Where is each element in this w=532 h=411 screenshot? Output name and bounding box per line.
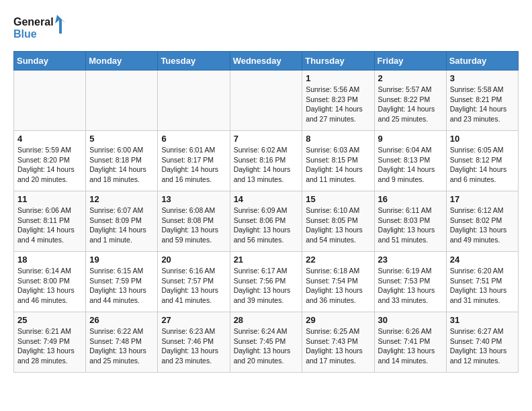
day-number: 23 (378, 255, 443, 265)
day-info: Sunrise: 6:17 AM Sunset: 7:56 PM Dayligh… (234, 266, 299, 306)
day-info: Sunrise: 6:14 AM Sunset: 8:00 PM Dayligh… (17, 266, 82, 306)
day-info: Sunrise: 6:11 AM Sunset: 8:03 PM Dayligh… (378, 205, 443, 245)
calendar-day-31: 31Sunrise: 6:27 AM Sunset: 7:40 PM Dayli… (446, 312, 518, 373)
calendar-day-13: 13Sunrise: 6:08 AM Sunset: 8:08 PM Dayli… (158, 191, 230, 252)
day-info: Sunrise: 6:25 AM Sunset: 7:43 PM Dayligh… (306, 326, 370, 366)
day-number: 17 (450, 194, 515, 204)
day-number: 3 (450, 73, 515, 83)
day-info: Sunrise: 6:06 AM Sunset: 8:11 PM Dayligh… (17, 205, 82, 245)
calendar-day-11: 11Sunrise: 6:06 AM Sunset: 8:11 PM Dayli… (14, 191, 86, 252)
day-info: Sunrise: 6:10 AM Sunset: 8:05 PM Dayligh… (306, 205, 370, 245)
day-info: Sunrise: 6:21 AM Sunset: 7:49 PM Dayligh… (17, 326, 82, 366)
calendar-week-4: 18Sunrise: 6:14 AM Sunset: 8:00 PM Dayli… (14, 252, 519, 312)
weekday-header-thursday: Thursday (302, 52, 374, 71)
day-info: Sunrise: 5:59 AM Sunset: 8:20 PM Dayligh… (17, 145, 82, 185)
day-number: 14 (234, 194, 299, 204)
day-info: Sunrise: 6:07 AM Sunset: 8:09 PM Dayligh… (89, 205, 154, 245)
weekday-header-friday: Friday (374, 52, 446, 71)
day-info: Sunrise: 6:03 AM Sunset: 8:15 PM Dayligh… (306, 145, 370, 185)
day-number: 31 (450, 315, 515, 325)
calendar-day-5: 5Sunrise: 6:00 AM Sunset: 8:18 PM Daylig… (86, 131, 158, 191)
day-number: 20 (161, 255, 226, 265)
calendar-day-empty (14, 71, 86, 131)
day-info: Sunrise: 6:02 AM Sunset: 8:16 PM Dayligh… (234, 145, 299, 185)
day-number: 26 (89, 315, 154, 325)
calendar-table: SundayMondayTuesdayWednesdayThursdayFrid… (13, 51, 519, 373)
day-number: 27 (161, 315, 226, 325)
calendar-day-20: 20Sunrise: 6:16 AM Sunset: 7:57 PM Dayli… (158, 252, 230, 312)
day-info: Sunrise: 6:27 AM Sunset: 7:40 PM Dayligh… (450, 326, 515, 366)
day-info: Sunrise: 6:05 AM Sunset: 8:12 PM Dayligh… (450, 145, 515, 185)
calendar-day-24: 24Sunrise: 6:20 AM Sunset: 7:51 PM Dayli… (446, 252, 518, 312)
day-number: 4 (17, 134, 82, 144)
day-info: Sunrise: 5:56 AM Sunset: 8:23 PM Dayligh… (306, 85, 370, 124)
calendar-day-19: 19Sunrise: 6:15 AM Sunset: 7:59 PM Dayli… (86, 252, 158, 312)
calendar-week-2: 4Sunrise: 5:59 AM Sunset: 8:20 PM Daylig… (14, 131, 519, 191)
day-info: Sunrise: 6:00 AM Sunset: 8:18 PM Dayligh… (89, 145, 154, 185)
day-info: Sunrise: 6:18 AM Sunset: 7:54 PM Dayligh… (306, 266, 370, 306)
calendar-day-30: 30Sunrise: 6:26 AM Sunset: 7:41 PM Dayli… (374, 312, 446, 373)
svg-text:Blue: Blue (13, 28, 37, 40)
calendar-week-3: 11Sunrise: 6:06 AM Sunset: 8:11 PM Dayli… (14, 191, 519, 252)
day-info: Sunrise: 5:58 AM Sunset: 8:21 PM Dayligh… (450, 85, 515, 124)
calendar-day-3: 3Sunrise: 5:58 AM Sunset: 8:21 PM Daylig… (446, 71, 518, 131)
day-info: Sunrise: 5:57 AM Sunset: 8:22 PM Dayligh… (378, 85, 443, 124)
day-info: Sunrise: 6:20 AM Sunset: 7:51 PM Dayligh… (450, 266, 515, 306)
day-number: 25 (17, 315, 82, 325)
logo-icon: GeneralBlue (13, 13, 67, 40)
weekday-header-wednesday: Wednesday (230, 52, 302, 71)
day-info: Sunrise: 6:26 AM Sunset: 7:41 PM Dayligh… (378, 326, 443, 366)
calendar-day-1: 1Sunrise: 5:56 AM Sunset: 8:23 PM Daylig… (302, 71, 374, 131)
day-number: 30 (378, 315, 443, 325)
day-info: Sunrise: 6:23 AM Sunset: 7:46 PM Dayligh… (161, 326, 226, 366)
day-info: Sunrise: 6:01 AM Sunset: 8:17 PM Dayligh… (161, 145, 226, 185)
day-number: 1 (306, 73, 370, 83)
day-info: Sunrise: 6:15 AM Sunset: 7:59 PM Dayligh… (89, 266, 154, 306)
calendar-day-18: 18Sunrise: 6:14 AM Sunset: 8:00 PM Dayli… (14, 252, 86, 312)
day-number: 28 (234, 315, 299, 325)
calendar-day-25: 25Sunrise: 6:21 AM Sunset: 7:49 PM Dayli… (14, 312, 86, 373)
day-number: 8 (306, 134, 370, 144)
day-number: 6 (161, 134, 226, 144)
day-number: 24 (450, 255, 515, 265)
calendar-day-26: 26Sunrise: 6:22 AM Sunset: 7:48 PM Dayli… (86, 312, 158, 373)
day-number: 13 (161, 194, 226, 204)
calendar-day-23: 23Sunrise: 6:19 AM Sunset: 7:53 PM Dayli… (374, 252, 446, 312)
weekday-header-sunday: Sunday (14, 52, 86, 71)
day-number: 19 (89, 255, 154, 265)
calendar-day-28: 28Sunrise: 6:24 AM Sunset: 7:45 PM Dayli… (230, 312, 302, 373)
calendar-day-empty (158, 71, 230, 131)
day-number: 22 (306, 255, 370, 265)
day-number: 29 (306, 315, 370, 325)
day-info: Sunrise: 6:12 AM Sunset: 8:02 PM Dayligh… (450, 205, 515, 245)
calendar-day-7: 7Sunrise: 6:02 AM Sunset: 8:16 PM Daylig… (230, 131, 302, 191)
weekday-header-row: SundayMondayTuesdayWednesdayThursdayFrid… (14, 52, 519, 71)
day-number: 12 (89, 194, 154, 204)
day-number: 9 (378, 134, 443, 144)
day-number: 21 (234, 255, 299, 265)
weekday-header-saturday: Saturday (446, 52, 518, 71)
weekday-header-monday: Monday (86, 52, 158, 71)
svg-text:General: General (13, 16, 54, 28)
day-number: 11 (17, 194, 82, 204)
calendar-day-9: 9Sunrise: 6:04 AM Sunset: 8:13 PM Daylig… (374, 131, 446, 191)
calendar-day-22: 22Sunrise: 6:18 AM Sunset: 7:54 PM Dayli… (302, 252, 374, 312)
calendar-week-5: 25Sunrise: 6:21 AM Sunset: 7:49 PM Dayli… (14, 312, 519, 373)
day-number: 16 (378, 194, 443, 204)
day-number: 18 (17, 255, 82, 265)
calendar-day-empty (230, 71, 302, 131)
calendar-week-1: 1Sunrise: 5:56 AM Sunset: 8:23 PM Daylig… (14, 71, 519, 131)
calendar-day-29: 29Sunrise: 6:25 AM Sunset: 7:43 PM Dayli… (302, 312, 374, 373)
svg-marker-2 (55, 15, 66, 34)
weekday-header-tuesday: Tuesday (158, 52, 230, 71)
calendar-day-10: 10Sunrise: 6:05 AM Sunset: 8:12 PM Dayli… (446, 131, 518, 191)
logo: GeneralBlue (13, 13, 67, 40)
day-number: 2 (378, 73, 443, 83)
calendar-day-14: 14Sunrise: 6:09 AM Sunset: 8:06 PM Dayli… (230, 191, 302, 252)
calendar-day-17: 17Sunrise: 6:12 AM Sunset: 8:02 PM Dayli… (446, 191, 518, 252)
calendar-day-16: 16Sunrise: 6:11 AM Sunset: 8:03 PM Dayli… (374, 191, 446, 252)
calendar-day-6: 6Sunrise: 6:01 AM Sunset: 8:17 PM Daylig… (158, 131, 230, 191)
calendar-day-15: 15Sunrise: 6:10 AM Sunset: 8:05 PM Dayli… (302, 191, 374, 252)
day-info: Sunrise: 6:24 AM Sunset: 7:45 PM Dayligh… (234, 326, 299, 366)
day-info: Sunrise: 6:09 AM Sunset: 8:06 PM Dayligh… (234, 205, 299, 245)
